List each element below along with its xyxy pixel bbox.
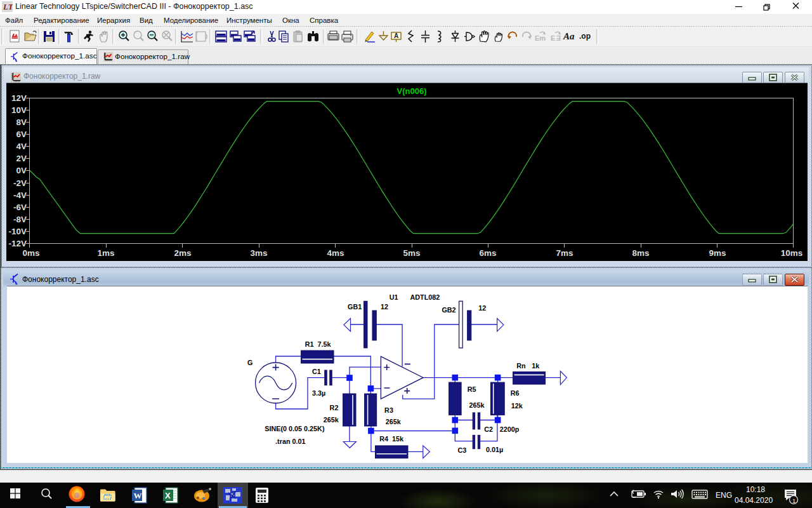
svg-text:12: 12 [478, 304, 486, 312]
svg-text:Em: Em [535, 34, 546, 42]
svg-text:C2: C2 [484, 425, 493, 433]
svg-text:2V: 2V [16, 154, 27, 163]
svg-text:-4V: -4V [13, 190, 27, 200]
svg-text:0ms: 0ms [22, 248, 39, 258]
svg-text:G: G [247, 359, 252, 366]
svg-text:Aa: Aa [563, 31, 575, 41]
svg-text:7ms: 7ms [556, 248, 573, 258]
svg-text:1: 1 [792, 497, 796, 504]
svg-text:10V: 10V [11, 105, 27, 115]
svg-text:5ms: 5ms [403, 248, 420, 258]
svg-text:9ms: 9ms [709, 248, 726, 258]
svg-text:E: E [551, 34, 555, 42]
svg-text:4V: 4V [16, 142, 27, 151]
svg-text:3.3µ: 3.3µ [312, 389, 325, 397]
svg-text:A: A [394, 32, 398, 39]
svg-text:C1: C1 [312, 368, 321, 375]
svg-text:0V: 0V [16, 166, 27, 175]
svg-text:12k: 12k [511, 402, 523, 410]
svg-text:GB1: GB1 [348, 303, 362, 311]
svg-text:-10V: -10V [8, 227, 27, 236]
svg-text:R5: R5 [468, 385, 476, 393]
svg-text:-2V: -2V [13, 178, 27, 188]
svg-text:E: E [556, 34, 561, 42]
svg-text:SINE(0 0.05 0.25K): SINE(0 0.05 0.25K) [265, 425, 325, 432]
svg-text:R6: R6 [511, 389, 520, 397]
svg-text:ADTL082: ADTL082 [410, 293, 440, 301]
svg-text:10ms: 10ms [781, 248, 803, 258]
svg-text:8V: 8V [16, 117, 27, 127]
svg-text:-6V: -6V [13, 203, 27, 212]
svg-text:.op: .op [579, 32, 591, 41]
svg-text:R4 15k: R4 15k [379, 435, 404, 443]
svg-text:12V: 12V [11, 93, 27, 103]
svg-text:LT: LT [3, 2, 13, 11]
svg-text:V(n006): V(n006) [397, 86, 427, 96]
svg-text:6ms: 6ms [479, 248, 496, 258]
svg-text:GB2: GB2 [442, 306, 455, 314]
svg-text:1ms: 1ms [97, 248, 114, 258]
svg-text:3ms: 3ms [250, 248, 267, 258]
svg-text:R2: R2 [330, 404, 339, 411]
svg-text:12: 12 [381, 303, 388, 311]
svg-text:-12V: -12V [8, 239, 27, 248]
svg-text:-8V: -8V [13, 215, 27, 224]
svg-text:.tran 0.01: .tran 0.01 [275, 438, 305, 445]
svg-text:1k: 1k [532, 362, 540, 370]
svg-text:R1 7.5k: R1 7.5k [305, 340, 332, 348]
svg-text:C3: C3 [457, 446, 466, 454]
svg-text:265k: 265k [386, 418, 402, 425]
svg-text:R3: R3 [384, 406, 393, 414]
svg-text:X: X [165, 491, 171, 500]
svg-text:8ms: 8ms [632, 248, 649, 258]
svg-text:W: W [133, 491, 141, 500]
svg-text:2ms: 2ms [174, 248, 191, 258]
svg-text:4ms: 4ms [327, 248, 344, 258]
svg-text:0.01µ: 0.01µ [486, 446, 503, 453]
svg-text:265k: 265k [469, 401, 485, 409]
svg-text:2200p: 2200p [500, 425, 520, 433]
svg-text:265k: 265k [324, 416, 339, 424]
svg-text:6V: 6V [16, 130, 27, 139]
svg-text:Rn: Rn [516, 362, 525, 370]
svg-text:U1: U1 [390, 293, 398, 301]
